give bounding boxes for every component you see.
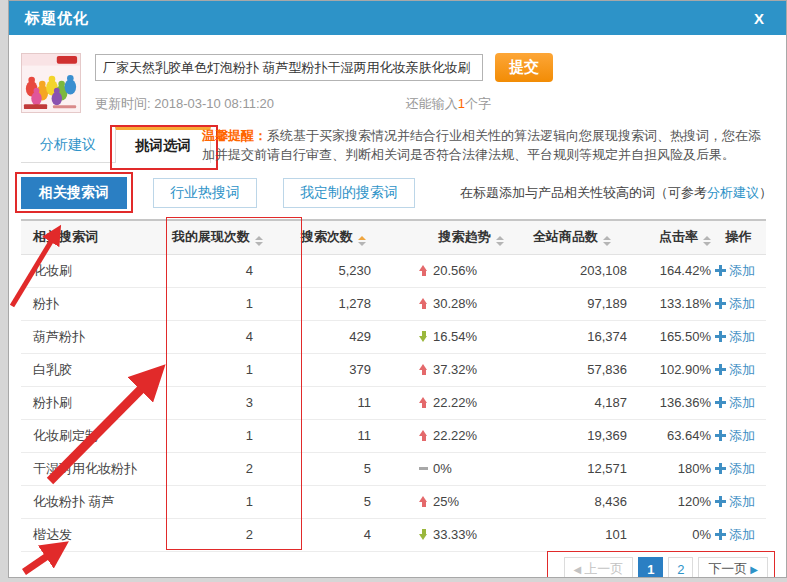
- plus-icon: [715, 430, 726, 441]
- product-title-input[interactable]: [95, 54, 483, 81]
- add-keyword-button[interactable]: 添加: [715, 395, 755, 410]
- column-header-label: 相关搜索词: [33, 229, 98, 244]
- chevron-right-icon: ▶: [750, 564, 758, 575]
- cell-keyword: 白乳胶: [21, 353, 166, 386]
- cell-keyword: 化妆刷: [21, 254, 166, 287]
- notice-text: 温馨提醒：系统基于买家搜索情况并结合行业相关性的算法逻辑向您展现搜索词、热搜词，…: [202, 126, 772, 164]
- cell-action: 添加: [711, 452, 766, 485]
- cell-ctr: 136.36%: [651, 386, 711, 419]
- cell-searches: 5: [301, 452, 411, 485]
- close-icon[interactable]: X: [754, 10, 764, 27]
- cell-ctr: 165.50%: [651, 320, 711, 353]
- cell-searches: 429: [301, 320, 411, 353]
- trend-value: 22.22%: [433, 395, 477, 410]
- column-header-searches[interactable]: 搜索次数: [301, 220, 411, 254]
- cell-ctr: 180%: [651, 452, 711, 485]
- cell-action: 添加: [711, 386, 766, 419]
- plus-icon: [715, 331, 726, 342]
- cell-action: 添加: [711, 485, 766, 518]
- trend-up-icon: [419, 496, 428, 507]
- next-page-button[interactable]: 下一页▶: [698, 557, 768, 579]
- column-header-impressions[interactable]: 我的展现次数: [166, 220, 301, 254]
- add-keyword-button[interactable]: 添加: [715, 428, 755, 443]
- cell-ctr: 133.18%: [651, 287, 711, 320]
- plus-icon: [715, 298, 726, 309]
- cell-impressions: 1: [166, 287, 301, 320]
- cell-trend: 16.54%: [411, 320, 531, 353]
- trend-flat-icon: [419, 467, 428, 470]
- tab-bar: 分析建议 挑词选词: [21, 127, 211, 163]
- add-keyword-button[interactable]: 添加: [715, 461, 755, 476]
- cell-keyword: 化妆刷定制: [21, 419, 166, 452]
- filter-my-custom-keywords[interactable]: 我定制的搜索词: [283, 178, 415, 208]
- sort-arrows-icon[interactable]: [496, 236, 504, 246]
- trend-value: 33.33%: [433, 527, 477, 542]
- dialog-title: 标题优化: [25, 9, 89, 28]
- table-row: 葫芦粉扑442916.54%16,374165.50%添加: [21, 320, 766, 353]
- add-keyword-button[interactable]: 添加: [715, 494, 755, 509]
- table-row: 粉扑刷31122.22%4,187136.36%添加: [21, 386, 766, 419]
- table-row: 白乳胶137937.32%57,836102.90%添加: [21, 353, 766, 386]
- filter-related-keywords[interactable]: 相关搜索词: [21, 177, 127, 209]
- tab-word-selection[interactable]: 挑词选词: [115, 127, 211, 163]
- cell-impressions: 2: [166, 452, 301, 485]
- trend-down-icon: [419, 529, 428, 540]
- plus-icon: [715, 496, 726, 507]
- column-header-trend[interactable]: 搜索趋势: [411, 220, 531, 254]
- cell-trend: 25%: [411, 485, 531, 518]
- trend-up-icon: [419, 298, 428, 309]
- tab-analysis-advice[interactable]: 分析建议: [21, 127, 115, 162]
- chars-remaining: 还能输入1个字: [406, 95, 491, 113]
- page-button-2[interactable]: 2: [668, 557, 693, 579]
- cell-searches: 4: [301, 518, 411, 551]
- table-header-row: 相关搜索词我的展现次数搜索次数搜索趋势全站商品数点击率操作: [21, 220, 766, 254]
- cell-products: 12,571: [531, 452, 651, 485]
- tab-label: 挑词选词: [135, 137, 191, 153]
- column-header-label: 搜索次数: [301, 229, 353, 244]
- cell-action: 添加: [711, 254, 766, 287]
- cell-trend: 30.28%: [411, 287, 531, 320]
- cell-action: 添加: [711, 518, 766, 551]
- column-header-keyword: 相关搜索词: [21, 220, 166, 254]
- table-row: 粉扑11,27830.28%97,189133.18%添加: [21, 287, 766, 320]
- cell-searches: 11: [301, 386, 411, 419]
- column-header-ctr[interactable]: 点击率: [651, 220, 711, 254]
- add-keyword-button[interactable]: 添加: [715, 362, 755, 377]
- cell-action: 添加: [711, 320, 766, 353]
- cell-impressions: 3: [166, 386, 301, 419]
- cell-keyword: 粉扑: [21, 287, 166, 320]
- cell-products: 8,436: [531, 485, 651, 518]
- cell-action: 添加: [711, 419, 766, 452]
- cell-products: 101: [531, 518, 651, 551]
- trend-value: 22.22%: [433, 428, 477, 443]
- cell-trend: 20.56%: [411, 254, 531, 287]
- submit-button[interactable]: 提交: [495, 53, 553, 82]
- sort-arrows-icon[interactable]: [358, 236, 366, 246]
- plus-icon: [715, 529, 726, 540]
- column-header-products[interactable]: 全站商品数: [531, 220, 651, 254]
- add-keyword-button[interactable]: 添加: [715, 527, 755, 542]
- cell-products: 19,369: [531, 419, 651, 452]
- add-keyword-button[interactable]: 添加: [715, 329, 755, 344]
- trend-up-icon: [419, 265, 428, 276]
- prev-page-button[interactable]: ◀上一页: [564, 557, 634, 579]
- add-keyword-button[interactable]: 添加: [715, 296, 755, 311]
- sort-arrows-icon[interactable]: [255, 236, 263, 246]
- add-keyword-button[interactable]: 添加: [715, 263, 755, 278]
- cell-impressions: 1: [166, 419, 301, 452]
- cell-impressions: 4: [166, 320, 301, 353]
- cell-action: 添加: [711, 353, 766, 386]
- cell-products: 203,108: [531, 254, 651, 287]
- sort-arrows-icon[interactable]: [703, 236, 711, 246]
- filter-industry-hot-words[interactable]: 行业热搜词: [153, 178, 257, 208]
- sort-arrows-icon[interactable]: [603, 236, 611, 246]
- analysis-advice-link[interactable]: 分析建议: [707, 185, 759, 200]
- page-button-1[interactable]: 1: [638, 557, 663, 579]
- cell-products: 97,189: [531, 287, 651, 320]
- cell-ctr: 63.64%: [651, 419, 711, 452]
- plus-icon: [715, 397, 726, 408]
- filter-label: 相关搜索词: [39, 184, 109, 200]
- cell-products: 16,374: [531, 320, 651, 353]
- cell-searches: 379: [301, 353, 411, 386]
- table-row: 化妆刷定制11122.22%19,36963.64%添加: [21, 419, 766, 452]
